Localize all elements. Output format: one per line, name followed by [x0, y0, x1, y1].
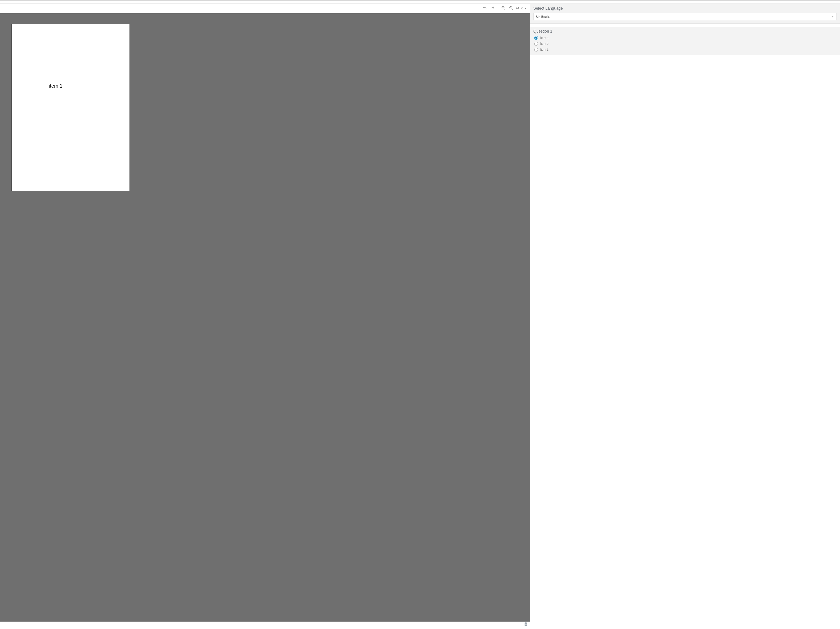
redo-button[interactable] [489, 5, 497, 13]
radio-icon [534, 48, 538, 52]
radio-icon [534, 36, 538, 40]
zoom-out-icon [501, 6, 505, 11]
question-option-2[interactable]: item 2 [534, 42, 837, 46]
zoom-in-icon [509, 6, 513, 11]
radio-label: item 2 [540, 42, 549, 46]
clipboard-button[interactable] [522, 621, 530, 627]
question-option-3[interactable]: item 3 [534, 48, 837, 52]
redo-icon [490, 6, 495, 11]
question-panel: Question 1 item 1 item 2 item 3 [530, 27, 840, 55]
language-select-value: UK English [536, 15, 551, 18]
zoom-value: 67 [516, 7, 519, 10]
language-select[interactable]: UK English ▼ [533, 13, 837, 20]
sidebar-column: Select Language UK English ▼ Question 1 … [530, 4, 840, 629]
radio-label: item 3 [540, 48, 549, 51]
question-panel-title: Question 1 [533, 29, 837, 34]
caret-down-icon: ▼ [524, 7, 527, 10]
editor-toolbar: 67 % ▼ [0, 4, 530, 13]
page-text: item 1 [12, 83, 129, 89]
zoom-unit: % [521, 7, 523, 10]
svg-rect-8 [525, 622, 527, 623]
svg-line-4 [512, 9, 513, 10]
zoom-out-button[interactable] [499, 5, 507, 13]
radio-icon [534, 42, 538, 46]
radio-label: item 1 [540, 36, 549, 39]
toolbar-separator [498, 6, 498, 11]
chevron-down-icon: ▼ [832, 16, 834, 18]
language-panel: Select Language UK English ▼ [530, 4, 840, 24]
undo-icon [483, 6, 487, 11]
svg-line-1 [504, 9, 505, 10]
window-top-inset [0, 1, 840, 4]
zoom-in-button[interactable] [507, 5, 515, 13]
zoom-level-dropdown[interactable]: 67 % ▼ [515, 7, 528, 10]
undo-button[interactable] [481, 5, 489, 13]
question-option-1[interactable]: item 1 [534, 36, 837, 40]
editor-bottom-strip [0, 621, 530, 629]
editor-column: 67 % ▼ item 1 [0, 4, 530, 629]
document-page[interactable]: item 1 [11, 24, 130, 191]
canvas-viewport[interactable]: item 1 [0, 13, 530, 621]
question-radio-group: item 1 item 2 item 3 [533, 36, 837, 52]
clipboard-icon [524, 622, 528, 627]
language-panel-title: Select Language [533, 6, 837, 11]
